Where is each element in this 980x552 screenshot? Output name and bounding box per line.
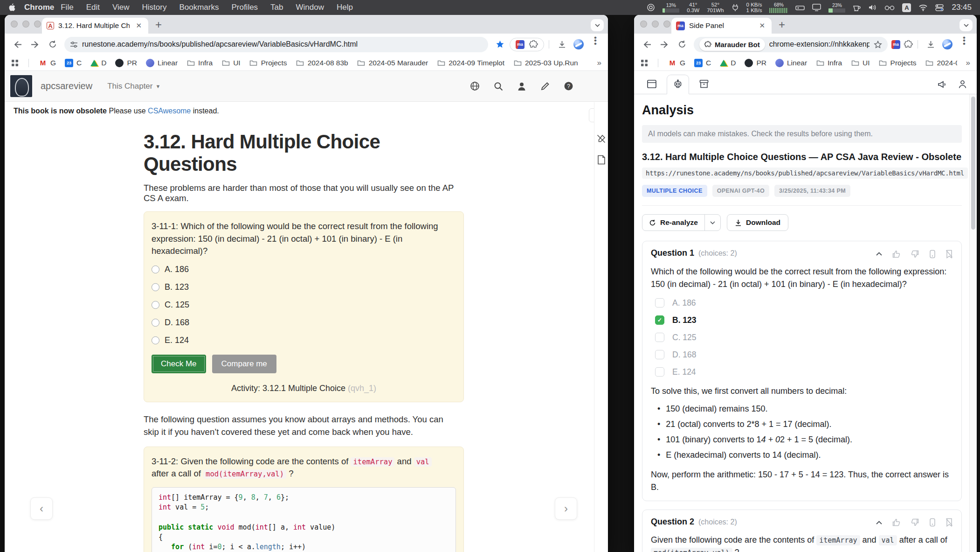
site-brand[interactable]: apcsareview [41, 81, 92, 91]
flag-icon[interactable] [929, 518, 936, 527]
analysis-scroll-area[interactable]: Analysis AI models can make mistakes. Ch… [634, 94, 969, 552]
tab-search-button[interactable] [591, 19, 604, 31]
close-traffic-light[interactable] [11, 21, 18, 28]
extensions-puzzle-icon[interactable] [904, 40, 913, 49]
radio-button[interactable] [152, 319, 159, 327]
power-plug-icon[interactable] [732, 3, 739, 12]
scratchpad-icon[interactable] [597, 155, 606, 165]
runestone-logo[interactable] [10, 75, 32, 97]
bookmark-slash-icon[interactable] [945, 518, 953, 527]
bookmarks-overflow-icon[interactable]: » [966, 58, 970, 68]
menubar-item[interactable]: File [61, 3, 73, 12]
reanalyze-dropdown-arrow[interactable] [704, 215, 720, 231]
chrome-menu-icon[interactable]: ••• [956, 36, 972, 52]
choice-checkbox[interactable]: ✓ [655, 298, 664, 307]
radio-button[interactable] [152, 336, 159, 344]
menubar-item[interactable]: Profiles [231, 3, 258, 12]
menubar-app-name[interactable]: Chrome [24, 3, 54, 12]
menubar-item[interactable]: Bookmarks [179, 3, 219, 12]
profile-globe-icon[interactable] [573, 39, 584, 49]
compare-me-button[interactable]: Compare me [212, 355, 276, 373]
network-stat[interactable]: 0 KB/s 1 KB/s [746, 2, 762, 13]
bookmark-item[interactable]: M G [39, 59, 56, 67]
search-icon[interactable] [494, 82, 503, 91]
focus-mode-icon[interactable] [647, 3, 655, 12]
radio-button[interactable] [152, 301, 159, 309]
radio-button[interactable] [152, 266, 159, 273]
menubar-item[interactable]: Window [296, 3, 324, 12]
chapter-dropdown[interactable]: This Chapter ▼ [107, 82, 160, 91]
bookmark-item[interactable]: Projects [879, 59, 917, 67]
tab-search-button[interactable] [959, 19, 973, 31]
minimize-traffic-light[interactable] [652, 21, 659, 28]
extension-name-chip[interactable]: Marauder Bot [699, 38, 765, 51]
answer-option[interactable]: D. 168 [152, 318, 456, 328]
bookmark-item[interactable]: UI [851, 59, 870, 67]
bookmark-item[interactable]: 23 C [694, 59, 711, 67]
globe-icon[interactable] [470, 81, 480, 91]
thumbs-down-icon[interactable] [911, 518, 919, 527]
downloads-icon[interactable] [554, 36, 570, 52]
help-icon[interactable]: ? [564, 81, 573, 91]
bookmark-item[interactable]: PR [115, 59, 137, 67]
choice-checkbox[interactable]: ✓ [655, 315, 664, 325]
scrollbar-track[interactable] [969, 94, 977, 552]
new-tab-button[interactable]: + [774, 17, 789, 32]
choice-checkbox[interactable]: ✓ [655, 367, 664, 377]
answer-option[interactable]: C. 125 [152, 300, 456, 310]
url-text[interactable]: chrome-extension://nhkkakenpd... [769, 40, 870, 49]
analyzed-page-url[interactable]: https://runestone.academy/ns/books/publi… [642, 168, 968, 179]
bookmark-item[interactable]: Projects [249, 59, 287, 67]
power-stat-1[interactable]: 41° 0.3W [687, 2, 699, 13]
download-button[interactable]: Download [727, 214, 788, 231]
bookmark-item[interactable]: 23 C [65, 59, 82, 67]
sleep-icon[interactable] [795, 4, 805, 11]
address-bar[interactable]: Marauder Bot chrome-extension://nhkkaken… [694, 37, 888, 52]
ram-stat[interactable]: 68% [769, 2, 788, 13]
answer-option[interactable]: A. 186 [152, 265, 456, 274]
bookmark-item[interactable]: Infra [186, 59, 213, 67]
url-text[interactable]: runestone.academy/ns/books/published/apc… [82, 40, 483, 49]
power-stat-2[interactable]: 52° 701Wh [707, 2, 724, 13]
tab-close-icon[interactable]: ✕ [134, 21, 144, 31]
zoom-traffic-light[interactable] [34, 21, 41, 28]
tab-analysis[interactable] [667, 75, 689, 94]
address-bar[interactable]: runestone.academy/ns/books/published/apc… [64, 37, 488, 52]
cpu-stat[interactable]: 23% [828, 2, 845, 13]
previous-page-button[interactable]: ‹ [30, 497, 53, 520]
bookmark-star-icon[interactable] [492, 36, 508, 52]
next-page-button[interactable]: › [555, 497, 577, 520]
collapse-icon[interactable] [876, 521, 882, 524]
bookmark-item[interactable]: 2024-08 83b [296, 59, 348, 67]
tab-close-icon[interactable]: ✕ [757, 21, 767, 31]
caffeine-icon[interactable] [853, 4, 861, 12]
input-source-icon[interactable]: A [902, 3, 911, 12]
apple-logo-icon[interactable] [8, 3, 16, 12]
menubar-clock[interactable]: 23:45 [952, 3, 972, 12]
answer-option[interactable]: B. 123 [152, 282, 456, 292]
choice-checkbox[interactable]: ✓ [655, 333, 664, 342]
megaphone-icon[interactable] [937, 80, 947, 89]
minimize-traffic-light[interactable] [22, 21, 29, 28]
profile-globe-icon[interactable] [942, 39, 952, 49]
menubar-item[interactable]: View [112, 3, 130, 12]
bookmark-item[interactable]: M G [668, 59, 685, 67]
scrollbar-thumb[interactable] [971, 97, 975, 230]
menubar-item[interactable]: Tab [270, 3, 283, 12]
browser-tab[interactable]: ma Side Panel ✕ [671, 18, 772, 34]
menubar-item[interactable]: Edit [86, 3, 100, 12]
zoom-traffic-light[interactable] [663, 21, 670, 28]
bookmark-item[interactable]: 2025-03 Up.Run [513, 59, 578, 67]
choice-checkbox[interactable]: ✓ [655, 350, 664, 359]
account-icon[interactable] [958, 79, 967, 89]
back-button[interactable] [9, 36, 25, 52]
tab-browser-view[interactable] [641, 74, 663, 94]
radio-button[interactable] [152, 283, 159, 291]
site-settings-icon[interactable] [70, 41, 78, 48]
reload-button[interactable] [674, 36, 690, 52]
apps-grid-icon[interactable] [11, 59, 19, 67]
forward-button[interactable] [27, 36, 43, 52]
bookmark-item[interactable]: Linear [146, 59, 178, 67]
bookmark-item[interactable]: 2024-05 Marauder [357, 59, 428, 67]
check-me-button[interactable]: Check Me [152, 355, 206, 373]
